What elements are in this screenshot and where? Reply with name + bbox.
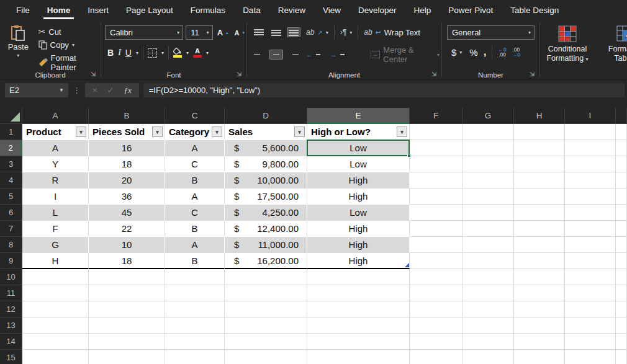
cell-G12[interactable] (462, 301, 514, 317)
align-bottom-button[interactable] (287, 27, 300, 37)
tab-power-pivot[interactable]: Power Pivot (440, 0, 502, 20)
comma-style-button[interactable]: , (484, 46, 487, 58)
cell-H9[interactable] (514, 253, 565, 269)
cell-H6[interactable] (514, 205, 565, 221)
cell-I9[interactable] (565, 253, 616, 269)
filter-button[interactable]: ▾ (76, 127, 86, 137)
cell-C3[interactable]: C (165, 156, 225, 172)
align-center-button[interactable] (269, 50, 283, 60)
cell-C11[interactable] (165, 285, 225, 301)
cell-G2[interactable] (462, 140, 514, 156)
tab-table-design[interactable]: Table Design (502, 0, 567, 20)
cell-F8[interactable] (410, 237, 462, 253)
cell-G3[interactable] (462, 156, 514, 172)
decrease-font-size-button[interactable]: A▾ (233, 29, 246, 37)
cell-F11[interactable] (410, 285, 462, 301)
cell-A8[interactable]: G (22, 237, 89, 253)
cell-E3[interactable]: Low (307, 156, 410, 172)
filter-button[interactable]: ▾ (152, 127, 163, 137)
cell-E1[interactable]: High or Low?▾ (307, 124, 410, 140)
bold-button[interactable]: B (107, 48, 114, 58)
cell-A13[interactable] (22, 317, 89, 334)
cell-C7[interactable]: B (165, 221, 225, 237)
font-color-dropdown-icon[interactable]: ▾ (206, 50, 209, 56)
cell-C1[interactable]: Category▾ (165, 124, 225, 140)
cell-G9[interactable] (462, 253, 514, 269)
tab-formulas[interactable]: Formulas (182, 0, 234, 20)
cut-button[interactable]: ✂ Cut (37, 26, 101, 37)
cell-I8[interactable] (565, 237, 616, 253)
cell-G15[interactable] (462, 350, 514, 364)
wrap-text-button[interactable]: ab↩ Wrap Text (362, 27, 422, 38)
cell-A2[interactable]: A (22, 140, 89, 156)
cell-D8[interactable]: $11,000.00 (225, 237, 307, 253)
number-dialog-launcher[interactable]: ⇲ (528, 71, 536, 78)
cell-D6[interactable]: $4,250.00 (225, 205, 307, 221)
cell-D4[interactable]: $10,000.00 (225, 172, 307, 189)
increase-indent-button[interactable]: → (328, 50, 349, 60)
cell-F1[interactable] (410, 124, 462, 140)
cell-G7[interactable] (462, 221, 514, 237)
row-header-4[interactable]: 4 (0, 172, 22, 189)
accounting-format-button[interactable]: $ ▾ (449, 47, 464, 58)
orientation-button[interactable]: ab↗ ▾ (304, 27, 330, 37)
borders-dropdown-icon[interactable]: ▾ (161, 50, 164, 56)
conditional-formatting-button[interactable]: Conditional Formatting ▾ (540, 25, 595, 80)
tab-view[interactable]: View (314, 0, 350, 20)
cell-C10[interactable] (165, 269, 225, 285)
row-header-2[interactable]: 2 (0, 140, 22, 156)
increase-decimal-button[interactable]: ←0 .00 (498, 47, 506, 57)
fill-handle[interactable] (407, 154, 411, 158)
cell-D15[interactable] (225, 350, 307, 364)
cell-G14[interactable] (462, 334, 514, 350)
cell-E9[interactable]: High (307, 253, 410, 269)
row-header-8[interactable]: 8 (0, 237, 22, 253)
cell-B4[interactable]: 20 (89, 172, 165, 189)
cell-F13[interactable] (410, 317, 462, 334)
alignment-dialog-launcher[interactable]: ⇲ (430, 71, 438, 78)
name-box[interactable]: E2 ▼ (5, 83, 68, 97)
cell-E14[interactable] (307, 334, 410, 350)
cell-H13[interactable] (514, 317, 565, 334)
cell-G5[interactable] (462, 189, 514, 205)
tab-home[interactable]: Home (38, 0, 79, 20)
cell-D14[interactable] (225, 334, 307, 350)
paste-button[interactable]: Paste ▾ (5, 25, 32, 73)
cell-A1[interactable]: Product▾ (22, 124, 89, 140)
font-size-combo[interactable]: 11 ▾ (186, 25, 213, 40)
row-header-7[interactable]: 7 (0, 221, 22, 237)
cell-E12[interactable] (307, 301, 410, 317)
cell-H11[interactable] (514, 285, 565, 301)
text-direction-button[interactable]: ›¶ ▾ (338, 27, 354, 37)
cell-H12[interactable] (514, 301, 565, 317)
cell-E4[interactable]: High (307, 172, 410, 189)
cell-I12[interactable] (565, 301, 616, 317)
cell-D10[interactable] (225, 269, 307, 285)
formula-input[interactable]: =IF(D2>=10000, "High", "Low") (143, 83, 625, 97)
row-header-15[interactable]: 15 (0, 350, 22, 364)
column-header-B[interactable]: B (89, 108, 165, 124)
column-header-F[interactable]: F (410, 108, 462, 124)
cell-G8[interactable] (462, 237, 514, 253)
cell-C5[interactable]: A (165, 189, 225, 205)
cell-C13[interactable] (165, 317, 225, 334)
cell-D9[interactable]: $16,200.00 (225, 253, 307, 269)
row-header-6[interactable]: 6 (0, 205, 22, 221)
cell-H14[interactable] (514, 334, 565, 350)
formula-bar-handle-icon[interactable]: ⋮ (73, 86, 81, 95)
cell-E7[interactable]: High (307, 221, 410, 237)
filter-button[interactable]: ▾ (294, 127, 305, 137)
cell-E10[interactable] (307, 269, 410, 285)
cell-B8[interactable]: 10 (89, 237, 165, 253)
cell-H8[interactable] (514, 237, 565, 253)
cell-A14[interactable] (22, 334, 89, 350)
column-header-E[interactable]: E (307, 108, 410, 124)
cell-B7[interactable]: 22 (89, 221, 165, 237)
cancel-icon[interactable]: × (92, 86, 97, 95)
percent-style-button[interactable]: % (469, 47, 477, 58)
copy-dropdown-icon[interactable]: ▾ (72, 42, 74, 48)
row-header-11[interactable]: 11 (0, 285, 22, 301)
cell-H15[interactable] (514, 350, 565, 364)
cell-C4[interactable]: B (165, 172, 225, 189)
cell-A10[interactable] (22, 269, 89, 285)
